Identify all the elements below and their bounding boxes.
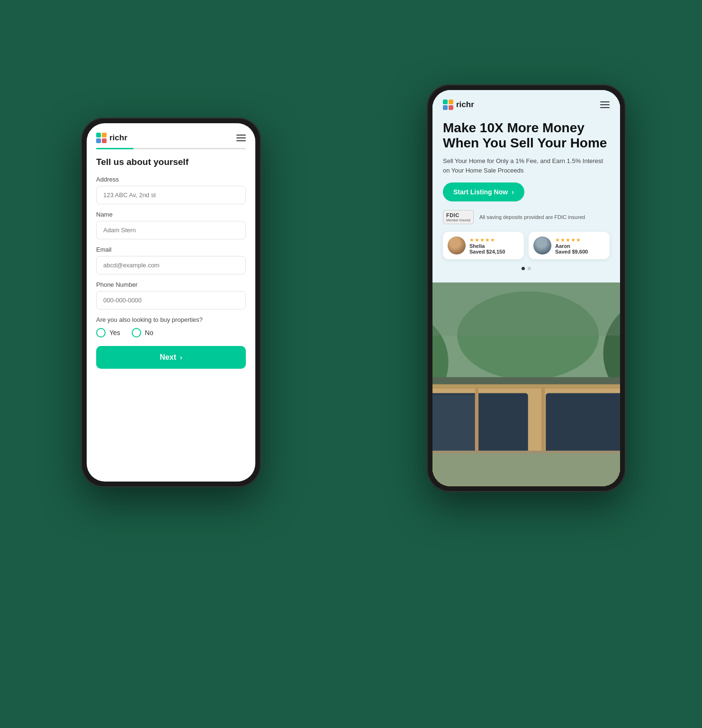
- phone-label: Phone Number: [96, 281, 246, 288]
- hero-title: Make 10X More Money When You Sell Your H…: [443, 120, 610, 151]
- stars-2: ★★★★★: [555, 237, 605, 243]
- svg-rect-3: [102, 138, 107, 143]
- email-label: Email: [96, 246, 246, 253]
- radio-no[interactable]: No: [132, 328, 153, 337]
- svg-rect-7: [449, 105, 453, 110]
- form-content: Tell us about yourself Address Name Emai…: [87, 157, 255, 482]
- avatar-shelia: [448, 237, 466, 255]
- next-button-label: Next: [160, 353, 176, 362]
- phone-group: Phone Number: [96, 281, 246, 309]
- address-group: Address: [96, 176, 246, 204]
- house-svg: [432, 282, 620, 486]
- richr-logo-icon: [96, 133, 107, 143]
- form-title: Tell us about yourself: [96, 157, 246, 167]
- fdic-text: All saving deposits provided are FDIC in…: [479, 214, 585, 221]
- phone-right: richr Make 10X More Money When You Sell …: [427, 84, 626, 492]
- svg-rect-1: [102, 133, 107, 137]
- name-input[interactable]: [96, 221, 246, 239]
- address-label: Address: [96, 176, 246, 183]
- testimonial-card-2: ★★★★★ Aaron Saved $9,600: [529, 232, 610, 259]
- avatar-aaron-img: [533, 237, 551, 255]
- radio-options: Yes No: [96, 328, 246, 337]
- svg-rect-23: [432, 282, 620, 336]
- radio-question: Are you also looking to buy properties?: [96, 316, 246, 323]
- radio-no-label: No: [145, 329, 153, 337]
- email-group: Email: [96, 246, 246, 274]
- avatar-shelia-img: [448, 237, 466, 255]
- cta-arrow-icon: ›: [512, 188, 514, 196]
- svg-rect-5: [449, 100, 453, 104]
- fdic-badge: FDIC Member Insured: [443, 210, 474, 224]
- dot-2[interactable]: [528, 267, 531, 270]
- next-arrow-icon: ›: [180, 354, 182, 361]
- hero-section: Make 10X More Money When You Sell Your H…: [432, 116, 620, 282]
- svg-rect-2: [96, 138, 101, 143]
- email-input[interactable]: [96, 256, 246, 274]
- phone-left-screen: richr Tell us about yourself: [87, 123, 255, 482]
- radio-group: Are you also looking to buy properties? …: [96, 316, 246, 337]
- radio-yes-label: Yes: [109, 329, 120, 337]
- stars-1: ★★★★★: [469, 237, 519, 243]
- dot-indicators: [443, 267, 610, 270]
- svg-rect-22: [432, 451, 620, 454]
- avatar-aaron: [533, 237, 551, 255]
- fdic-row: FDIC Member Insured All saving deposits …: [443, 210, 610, 224]
- testimonial-cards: ★★★★★ Shelia Saved $24,150: [443, 232, 610, 259]
- phone-left: richr Tell us about yourself: [81, 118, 261, 487]
- testimonial-saved-2: Saved $9,600: [555, 249, 605, 255]
- testimonial-info-2: ★★★★★ Aaron Saved $9,600: [555, 237, 605, 255]
- svg-rect-20: [475, 387, 478, 451]
- progress-bar-container: [87, 148, 255, 157]
- cta-label: Start Listing Now: [453, 188, 508, 196]
- radio-no-circle: [132, 328, 141, 337]
- house-image: [432, 282, 620, 486]
- testimonial-name-2: Aaron: [555, 243, 605, 249]
- scene: richr Tell us about yourself: [67, 56, 635, 672]
- hero-subtitle: Sell Your Home for Only a 1% Fee, and Ea…: [443, 156, 610, 175]
- svg-rect-21: [541, 387, 545, 451]
- logo-right: richr: [443, 100, 474, 110]
- richr-logo-icon-right: [443, 100, 453, 110]
- logo-text-right: richr: [456, 100, 474, 109]
- radio-yes-circle: [96, 328, 106, 337]
- progress-bar-track: [96, 148, 246, 149]
- dot-1[interactable]: [522, 267, 525, 270]
- svg-rect-6: [443, 105, 448, 110]
- svg-rect-4: [443, 100, 448, 104]
- menu-icon-right[interactable]: [600, 101, 610, 108]
- cta-button[interactable]: Start Listing Now ›: [443, 182, 524, 201]
- progress-bar-fill: [96, 148, 134, 149]
- radio-yes[interactable]: Yes: [96, 328, 120, 337]
- testimonial-saved-1: Saved $24,150: [469, 249, 519, 255]
- right-header: richr: [432, 90, 620, 116]
- testimonial-info-1: ★★★★★ Shelia Saved $24,150: [469, 237, 519, 255]
- svg-rect-0: [96, 133, 101, 137]
- menu-icon-left[interactable]: [236, 135, 246, 141]
- testimonial-name-1: Shelia: [469, 243, 519, 249]
- address-input[interactable]: [96, 186, 246, 204]
- svg-rect-19: [432, 377, 620, 384]
- left-header: richr: [87, 123, 255, 148]
- phone-right-screen: richr Make 10X More Money When You Sell …: [432, 90, 620, 486]
- logo-text-left: richr: [109, 133, 127, 143]
- name-group: Name: [96, 211, 246, 239]
- logo-left: richr: [96, 133, 127, 143]
- next-button[interactable]: Next ›: [96, 346, 246, 369]
- svg-rect-18: [432, 451, 620, 486]
- name-label: Name: [96, 211, 246, 218]
- phone-input[interactable]: [96, 291, 246, 309]
- testimonial-card-1: ★★★★★ Shelia Saved $24,150: [443, 232, 524, 259]
